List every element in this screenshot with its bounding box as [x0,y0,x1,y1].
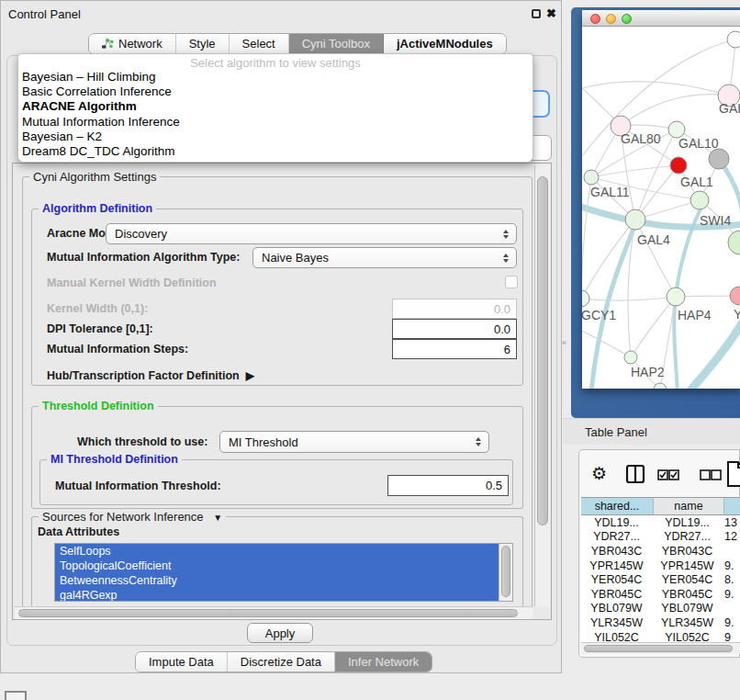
close-icon[interactable]: ✖ [546,6,556,20]
network-node-gal1[interactable] [690,191,709,209]
table-cell: 8. [723,573,740,586]
network-node-label: SWI4 [700,213,731,228]
kernel-width-field[interactable]: 0.0 [392,299,517,319]
table-cell: YBL079W [581,602,652,615]
hub-definition-label: Hub/Transcription Factor Definition [47,369,240,382]
table-row[interactable]: YLR345WYLR345W9. [581,615,740,630]
mi-threshold-field[interactable]: 0.5 [387,475,509,496]
apply-button[interactable]: Apply [247,623,313,643]
table-row[interactable]: YDL19...YDL19...13 [581,515,740,530]
network-node-swi4[interactable] [728,231,740,254]
table-horizontal-scrollbar[interactable] [581,642,740,654]
deselect-all-columns-icon[interactable] [700,469,722,480]
settings-horizontal-scrollbar[interactable] [15,606,533,619]
network-node-gal4[interactable] [625,209,645,230]
network-node-label: HAP2 [631,365,665,379]
algorithm-option-basic-correlation-inference[interactable]: Basic Correlation Inference [18,85,533,99]
zoom-traffic-light-icon[interactable] [622,14,632,24]
mi-threshold-label: Mutual Information Threshold: [55,475,221,497]
algorithm-option-aracne-algorithm[interactable]: ARACNE Algorithm [18,99,533,114]
table-cell: YDL19... [652,516,723,529]
network-node[interactable] [709,149,729,169]
sources-title-toggle[interactable]: Sources for Network Inference ▼ [39,510,226,524]
which-threshold-combobox[interactable]: MI Threshold [219,431,489,453]
attribute-item-gal4rgexp[interactable]: gal4RGexp [55,588,512,602]
network-node[interactable] [670,157,687,174]
table-cell: 9. [723,559,740,572]
network-node-y[interactable] [730,287,740,305]
mi-steps-label: Mutual Information Steps: [47,339,188,359]
algorithm-option-bayesian-k2[interactable]: Bayesian – K2 [18,130,533,144]
network-window-titlebar[interactable] [582,10,740,27]
attribute-item-betweennesscentrality[interactable]: BetweennessCentrality [55,573,512,588]
tab-select[interactable]: Select [230,34,289,53]
algorithm-option-dream8-dc-tdc-algorithm[interactable]: Dream8 DC_TDC Algorithm [18,144,533,159]
settings-vertical-scrollbar[interactable] [534,165,550,606]
apply-button-label: Apply [265,627,296,640]
aracne-mode-combobox[interactable]: Discovery [106,223,517,244]
table-cell: YER054C [652,573,723,586]
table-row[interactable]: YER054CYER054C8. [581,572,740,587]
attribute-item-selfloops[interactable]: SelfLoops [55,544,512,559]
network-node-hap4[interactable] [667,288,685,306]
table-cell: YIL052C [652,631,723,642]
select-all-columns-icon[interactable] [657,469,679,480]
table-cell: YLR345W [652,616,723,629]
tab-network[interactable]: Network [89,34,176,53]
table-row[interactable]: YDR27...YDR27...12 [581,530,740,545]
bottom-left-partial-widget[interactable] [5,691,27,700]
network-node-gcy1[interactable] [582,290,589,307]
hub-definition-toggle[interactable]: Hub/Transcription Factor Definition ▶ [47,367,254,384]
data-attributes-label: Data Attributes [38,525,119,539]
combo-spinner-icon [476,437,481,446]
table-row[interactable]: YPR145WYPR145W9. [581,559,740,573]
column-header-partial[interactable] [724,497,740,515]
table-row[interactable]: YBR043CYBR043C [581,544,740,559]
manual-kernel-checkbox[interactable] [505,276,518,288]
algorithm-dropdown-popup: Select algorithm to view settings Bayesi… [17,53,533,163]
attribute-list-scrollbar[interactable] [499,544,512,601]
table-row[interactable]: YBL079WYBL079W [581,602,740,616]
settings-gear-icon[interactable]: ⚙ [591,465,607,482]
table-cell: YBR043C [581,545,652,558]
algorithm-option-bayesian-hill-climbing[interactable]: Bayesian – Hill Climbing [18,70,533,85]
minimize-traffic-light-icon[interactable] [606,14,616,24]
mi-type-combobox[interactable]: Naive Bayes [252,247,517,268]
mi-threshold-value: 0.5 [486,479,502,492]
tab-discretize-data[interactable]: Discretize Data [228,652,335,672]
tab-label: Infer Network [348,655,419,669]
network-node[interactable] [727,31,740,48]
table-cell: YBR045C [581,588,652,601]
network-canvas[interactable]: GALGAL80GAL10GAL11GAL1SWI4GAL4GCY1HAP4YH… [582,27,740,389]
manual-kernel-label: Manual Kernel Width Definition [47,274,217,292]
network-node-hap2[interactable] [624,351,637,364]
network-node-label: GAL4 [637,232,670,247]
table-cell: 9. [723,616,740,629]
tab-infer-network[interactable]: Infer Network [335,652,432,672]
panel-splitter-handle[interactable]: « [562,338,567,347]
mi-steps-field[interactable]: 6 [392,339,517,359]
network-node[interactable] [654,383,667,389]
table-cell: YDR27... [581,530,652,543]
column-view-icon[interactable] [625,464,645,484]
dpi-tolerance-field[interactable]: 0.0 [392,319,517,339]
kernel-width-value: 0.0 [494,302,510,316]
float-window-icon[interactable] [532,9,541,18]
column-header-name[interactable]: name [654,497,724,515]
tab-impute-data[interactable]: Impute Data [136,652,228,672]
data-attributes-list[interactable]: SelfLoopsTopologicalCoefficientBetweenne… [54,543,513,602]
tab-style[interactable]: Style [176,34,230,53]
column-header-shared-name[interactable]: shared... [581,497,654,515]
table-row[interactable]: YIL052CYIL052C9 [581,630,740,642]
table-cell: YLR345W [581,616,652,629]
tab-cyni-toolbox[interactable]: Cyni Toolbox [289,34,384,53]
close-traffic-light-icon[interactable] [590,14,600,24]
network-node-label: HAP4 [678,308,712,322]
table-row[interactable]: YBR045CYBR045C9. [581,587,740,602]
network-node-gal11[interactable] [584,170,599,185]
new-table-icon[interactable] [726,460,740,488]
algorithm-option-mutual-information-inference[interactable]: Mutual Information Inference [18,115,533,130]
attribute-item-topologicalcoefficient[interactable]: TopologicalCoefficient [55,559,512,573]
network-node-label: GAL80 [621,131,661,146]
tab-jactivemnodules[interactable]: jActiveMNodules [384,34,506,53]
